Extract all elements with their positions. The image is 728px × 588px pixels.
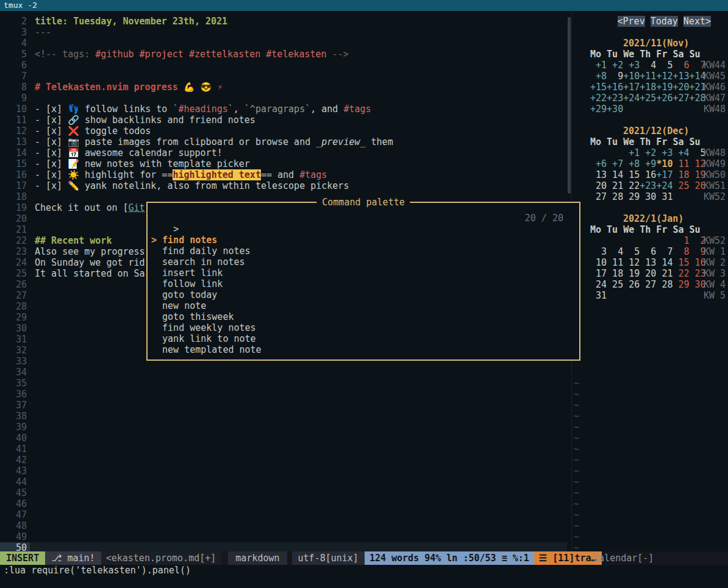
calendar-day[interactable]: 14 — [656, 257, 673, 268]
calendar-day[interactable]: 27 — [640, 279, 656, 290]
calendar-day[interactable]: +20 — [673, 82, 689, 93]
scrollbar-thumb[interactable] — [568, 17, 571, 194]
calendar-day[interactable]: +17 — [656, 169, 673, 180]
calendar-day[interactable]: 18 — [673, 169, 689, 180]
calendar-day[interactable]: 5 — [656, 60, 673, 71]
calendar-day[interactable]: 7 — [656, 246, 673, 257]
calendar-day[interactable]: +3 — [623, 60, 640, 71]
calendar-day[interactable]: +3 — [656, 147, 673, 158]
calendar-day[interactable]: +15 — [590, 82, 607, 93]
calendar-day[interactable]: 6 — [640, 246, 656, 257]
calendar-prev-button[interactable]: <Prev — [618, 16, 645, 27]
calendar-day[interactable]: +8 — [590, 71, 607, 82]
calendar-day[interactable]: 21 — [607, 180, 623, 191]
calendar-day[interactable]: +7 — [607, 158, 623, 169]
calendar-day[interactable]: 27 — [590, 191, 607, 202]
calendar-day[interactable]: 4 — [640, 60, 656, 71]
command-line[interactable]: :lua require('telekasten').panel() — [0, 565, 728, 576]
calendar-day[interactable]: 14 — [607, 169, 623, 180]
calendar-day[interactable]: +4 — [673, 147, 689, 158]
calendar-day[interactable]: 30 — [640, 191, 656, 202]
calendar-day[interactable]: 29 — [623, 191, 640, 202]
calendar-day[interactable]: +10 — [623, 71, 640, 82]
calendar-next-button[interactable]: Next> — [683, 16, 711, 27]
calendar-day[interactable]: 4 — [607, 246, 623, 257]
calendar-day[interactable]: 8 — [673, 246, 689, 257]
calendar-day[interactable]: +24 — [623, 93, 640, 104]
calendar-day[interactable]: 13 — [590, 169, 607, 180]
calendar-day[interactable]: 22 — [623, 180, 640, 191]
palette-prompt-row[interactable]: > 20 / 20 — [148, 213, 579, 224]
calendar-day[interactable]: +25 — [640, 93, 656, 104]
calendar-day[interactable]: +2 — [640, 147, 656, 158]
calendar-window[interactable]: <PrevTodayNext> 2021/11(Nov)Mo Tu We Th … — [571, 11, 728, 551]
calendar-day[interactable]: 18 — [607, 268, 623, 279]
calendar-day[interactable]: 15 — [623, 169, 640, 180]
calendar-day[interactable]: +12 — [656, 71, 673, 82]
calendar-day[interactable]: +27 — [673, 93, 689, 104]
calendar-day[interactable]: 22 — [673, 268, 689, 279]
calendar-day[interactable]: +16 — [607, 82, 623, 93]
calendar-day[interactable]: 11 — [607, 257, 623, 268]
calendar-day[interactable]: +23 — [640, 180, 656, 191]
calendar-day[interactable]: 6 — [673, 60, 689, 71]
calendar-day[interactable]: 12 — [623, 257, 640, 268]
calendar-day[interactable]: 28 — [656, 279, 673, 290]
calendar-day[interactable]: 26 — [623, 279, 640, 290]
calendar-day[interactable]: 10 — [590, 257, 607, 268]
palette-item[interactable]: new note — [148, 300, 579, 311]
calendar-day[interactable]: 9 — [607, 71, 623, 82]
calendar-day[interactable]: +1 — [623, 147, 640, 158]
calendar-day[interactable]: *10 — [656, 158, 673, 169]
calendar-day[interactable]: 13 — [640, 257, 656, 268]
calendar-day[interactable]: +13 — [673, 71, 689, 82]
calendar-day[interactable]: +18 — [640, 82, 656, 93]
calendar-day[interactable]: 5 — [623, 246, 640, 257]
calendar-day[interactable]: +30 — [607, 104, 623, 115]
palette-item[interactable]: search in notes — [148, 257, 579, 267]
calendar-day[interactable]: +6 — [590, 158, 607, 169]
calendar-day[interactable]: +11 — [640, 71, 656, 82]
palette-item[interactable]: > find notes — [148, 235, 579, 246]
palette-item[interactable]: yank link to note — [148, 333, 579, 344]
calendar-day[interactable]: 21 — [656, 268, 673, 279]
calendar-day[interactable]: +22 — [590, 93, 607, 104]
palette-item[interactable]: goto today — [148, 289, 579, 300]
calendar-day[interactable]: 11 — [673, 158, 689, 169]
palette-item[interactable]: find weekly notes — [148, 322, 579, 333]
calendar-day[interactable]: 3 — [590, 246, 607, 257]
calendar-day[interactable]: +19 — [656, 82, 673, 93]
git-branch[interactable]: ⎇ main! — [45, 551, 101, 565]
calendar-day[interactable]: +23 — [607, 93, 623, 104]
calendar-day[interactable]: 17 — [590, 268, 607, 279]
palette-item[interactable]: insert link — [148, 267, 579, 278]
calendar-day[interactable]: +26 — [656, 93, 673, 104]
command-palette-popup[interactable]: Command palette > 20 / 20 > find notes f… — [146, 202, 580, 361]
calendar-day[interactable]: +2 — [607, 60, 623, 71]
calendar-today-button[interactable]: Today — [651, 16, 678, 27]
calendar-day[interactable]: 31 — [590, 290, 607, 301]
editor-line-text: - [x] 👣 follow links to `#headings`, `^p… — [35, 104, 371, 115]
calendar-day[interactable]: +24 — [656, 180, 673, 191]
calendar-day[interactable]: 25 — [673, 180, 689, 191]
calendar-day[interactable]: 19 — [623, 268, 640, 279]
palette-item[interactable]: find daily notes — [148, 246, 579, 257]
palette-item[interactable]: follow link — [148, 278, 579, 289]
calendar-day[interactable]: 24 — [590, 279, 607, 290]
calendar-day[interactable]: 16 — [640, 169, 656, 180]
palette-item[interactable]: new templated note — [148, 344, 579, 355]
calendar-day[interactable]: 28 — [607, 191, 623, 202]
calendar-day[interactable]: 20 — [640, 268, 656, 279]
calendar-day[interactable]: 1 — [673, 235, 689, 246]
calendar-day[interactable]: +1 — [590, 60, 607, 71]
palette-item[interactable]: goto thisweek — [148, 311, 579, 322]
calendar-day[interactable]: +9 — [640, 158, 656, 169]
calendar-day[interactable]: +29 — [590, 104, 607, 115]
calendar-day[interactable]: 25 — [607, 279, 623, 290]
calendar-day[interactable]: 31 — [656, 191, 673, 202]
calendar-day[interactable]: 29 — [673, 279, 689, 290]
calendar-day[interactable]: +17 — [623, 82, 640, 93]
calendar-day[interactable]: +8 — [623, 158, 640, 169]
calendar-day[interactable]: 15 — [673, 257, 689, 268]
calendar-day[interactable]: 20 — [590, 180, 607, 191]
